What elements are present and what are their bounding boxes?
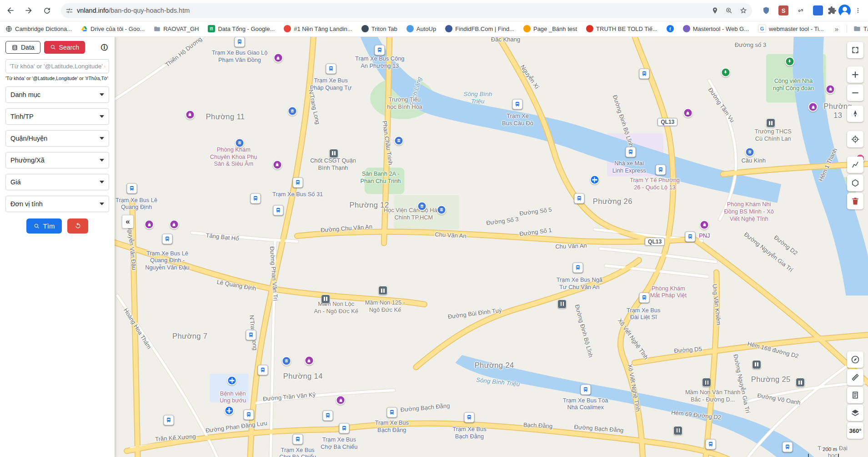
bookmark-item[interactable]: Triton Tab [361, 25, 397, 32]
school-poi-marker[interactable] [745, 147, 754, 157]
menu-icon[interactable] [852, 4, 864, 17]
filter-select-5[interactable]: Đơn vị tính [5, 196, 109, 212]
ruler-button[interactable] [847, 369, 863, 386]
bookmark-item[interactable]: RAOVAT_GH [154, 25, 199, 32]
bus-stop-marker[interactable] [639, 69, 649, 79]
layers-button[interactable] [847, 405, 863, 421]
bookmark-item[interactable]: f [667, 25, 674, 32]
bus-stop-marker[interactable] [258, 365, 268, 375]
bookmark-item[interactable]: TRUTH BE TOLD Tiế... [586, 25, 657, 32]
info-button[interactable]: ⓘ [98, 42, 109, 53]
bus-stop-marker[interactable] [243, 409, 254, 420]
park-poi-marker[interactable] [785, 56, 794, 66]
park-poi-marker[interactable] [721, 67, 730, 77]
shopping-poi-marker[interactable] [273, 53, 283, 63]
compass-button[interactable] [847, 106, 863, 122]
explore-button[interactable] [847, 351, 863, 368]
bus-stop-marker[interactable] [685, 231, 695, 242]
bus-stop-marker[interactable] [339, 423, 350, 434]
filter-select-4[interactable]: Giá [5, 174, 109, 190]
all-bookmarks-button[interactable]: Tất cả dấu trang [853, 25, 868, 32]
school-poi-marker[interactable] [281, 356, 291, 366]
shopping-poi-marker[interactable] [826, 84, 835, 94]
shopping-poi-marker[interactable] [808, 102, 818, 112]
bookmark-item[interactable]: AutoUp [406, 25, 436, 32]
shopping-poi-marker[interactable] [304, 356, 314, 366]
bus-stop-marker[interactable] [705, 439, 716, 450]
hospital-poi-marker[interactable] [227, 376, 237, 385]
bus-stop-marker[interactable] [127, 183, 137, 194]
location-icon[interactable] [711, 7, 719, 15]
hospital-poi-marker[interactable] [224, 406, 234, 416]
shopping-poi-marker[interactable] [145, 220, 154, 229]
hospital-poi-marker[interactable] [590, 175, 599, 185]
kindergarten-poi-marker[interactable] [673, 426, 682, 435]
search-submit-button[interactable]: Tìm [26, 218, 62, 234]
bus-stop-marker[interactable] [512, 99, 523, 109]
zoom-in-button[interactable] [847, 66, 863, 83]
school-poi-marker[interactable] [288, 106, 297, 116]
back-button[interactable] [3, 3, 18, 18]
bookmark-item[interactable]: Data Tổng - Google... [208, 25, 275, 32]
zoom-icon[interactable] [725, 7, 733, 15]
bus-stop-marker[interactable] [639, 292, 649, 303]
bus-stop-marker[interactable] [464, 412, 475, 423]
kindergarten-poi-marker[interactable] [766, 118, 775, 127]
school-poi-marker[interactable] [394, 136, 403, 146]
bus-stop-marker[interactable] [782, 442, 793, 452]
shopping-poi-marker[interactable] [683, 108, 692, 118]
forward-button[interactable] [21, 3, 36, 18]
bookmark-item[interactable]: Gwebmaster tool - Ti... [758, 25, 824, 33]
shopping-poi-marker[interactable] [336, 396, 346, 405]
bookmark-item[interactable]: Page _Bánh test [523, 25, 577, 32]
kindergarten-poi-marker[interactable] [796, 378, 805, 387]
shield-extension-icon[interactable] [761, 5, 771, 15]
bookmark-item[interactable]: FindidFB.Com | Find... [445, 25, 514, 32]
bus-stop-marker[interactable] [375, 45, 385, 56]
reload-button[interactable] [39, 3, 55, 18]
bus-stop-marker[interactable] [292, 434, 303, 445]
bus-stop-marker[interactable] [326, 64, 336, 74]
bus-stop-marker[interactable] [580, 385, 591, 395]
kindergarten-poi-marker[interactable] [329, 149, 338, 158]
profile-avatar[interactable] [838, 5, 851, 17]
shopping-poi-marker[interactable] [185, 110, 195, 119]
refresh-button[interactable] [67, 218, 88, 234]
tag-extension-icon[interactable] [813, 5, 823, 15]
bus-stop-marker[interactable] [322, 411, 333, 421]
filter-select-3[interactable]: Phường/Xã [5, 152, 109, 168]
bus-stop-marker[interactable] [386, 407, 397, 418]
shopping-poi-marker[interactable] [272, 160, 282, 169]
kindergarten-poi-marker[interactable] [321, 295, 330, 304]
bus-stop-marker[interactable] [162, 234, 172, 244]
bus-stop-marker[interactable] [273, 205, 283, 215]
map-canvas[interactable]: « Thiên Hộ DươngTrạm Xe Bus Giao Lộ Phạm… [115, 36, 868, 457]
bookmark-star-icon[interactable] [739, 6, 748, 15]
bookmark-item[interactable]: Mastertool - Web G... [683, 25, 749, 32]
link-extension-icon[interactable] [796, 5, 806, 15]
tab-data[interactable]: Data [5, 41, 40, 54]
kindergarten-poi-marker[interactable] [557, 300, 567, 309]
school-poi-marker[interactable] [437, 205, 447, 214]
filter-select-1[interactable]: Tỉnh/TP [5, 108, 109, 125]
shopping-poi-marker[interactable] [169, 220, 179, 229]
delete-button[interactable] [847, 193, 863, 209]
bus-stop-marker[interactable] [292, 177, 303, 188]
bookmarks-overflow-button[interactable]: » [833, 25, 840, 33]
bookmark-item[interactable]: #1 Nền Tảng Landin... [284, 25, 352, 32]
bus-stop-marker[interactable] [235, 37, 245, 47]
view-360-button[interactable]: 360° [847, 422, 863, 439]
kindergarten-poi-marker[interactable] [702, 378, 711, 387]
filter-select-0[interactable]: Danh mục [5, 86, 109, 103]
school-poi-marker[interactable] [417, 202, 427, 211]
bus-stop-marker[interactable] [246, 330, 256, 340]
measure-line-button[interactable] [847, 157, 863, 173]
school-poi-marker[interactable] [235, 138, 245, 147]
bookmark-item[interactable]: Cambridge Dictiona... [5, 25, 72, 32]
zoom-out-button[interactable] [847, 85, 863, 101]
address-bar[interactable]: vnland.info/ban-do-quy-hoach-bds.htm [61, 3, 752, 18]
legend-button[interactable] [847, 387, 863, 403]
bus-stop-marker[interactable] [656, 164, 666, 175]
collapse-sidebar-button[interactable]: « [122, 215, 134, 228]
bookmark-item[interactable]: Drive của tôi - Goo... [81, 25, 145, 32]
